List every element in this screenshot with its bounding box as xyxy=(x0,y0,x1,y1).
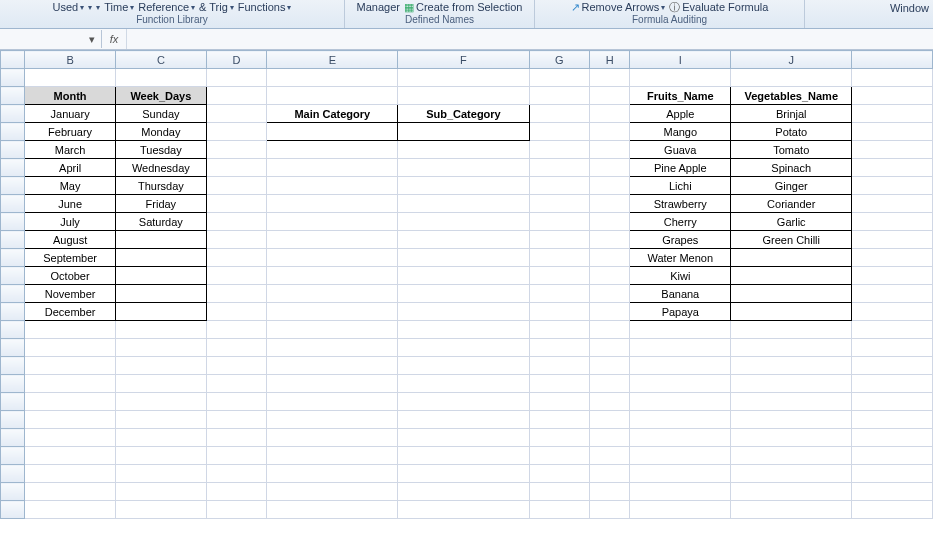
cell[interactable] xyxy=(206,411,267,429)
cell[interactable]: Water Menon xyxy=(630,249,731,267)
cell[interactable] xyxy=(590,249,630,267)
row-header[interactable] xyxy=(1,195,25,213)
cell[interactable] xyxy=(206,177,267,195)
cell[interactable] xyxy=(590,393,630,411)
row-header[interactable] xyxy=(1,69,25,87)
cell[interactable] xyxy=(731,267,852,285)
cell[interactable]: Coriander xyxy=(731,195,852,213)
cell[interactable] xyxy=(731,447,852,465)
cell[interactable] xyxy=(590,195,630,213)
row-header[interactable] xyxy=(1,357,25,375)
cell[interactable] xyxy=(267,393,398,411)
cell[interactable]: Tomato xyxy=(731,141,852,159)
cell[interactable] xyxy=(25,357,116,375)
select-all-corner[interactable] xyxy=(1,51,25,69)
cell[interactable] xyxy=(398,447,529,465)
cell[interactable] xyxy=(852,249,933,267)
row-header[interactable] xyxy=(1,213,25,231)
cell[interactable]: Garlic xyxy=(731,213,852,231)
cell[interactable] xyxy=(731,393,852,411)
cell[interactable]: Potato xyxy=(731,123,852,141)
col-header-D[interactable]: D xyxy=(206,51,267,69)
cell[interactable] xyxy=(267,357,398,375)
cell[interactable] xyxy=(590,177,630,195)
cell[interactable] xyxy=(590,411,630,429)
cell[interactable] xyxy=(398,375,529,393)
cell[interactable] xyxy=(852,123,933,141)
row-header[interactable] xyxy=(1,123,25,141)
cell[interactable] xyxy=(25,69,116,87)
cell[interactable]: Thursday xyxy=(115,177,206,195)
cell[interactable] xyxy=(529,447,590,465)
cell[interactable] xyxy=(529,177,590,195)
cell[interactable] xyxy=(590,303,630,321)
cell[interactable] xyxy=(630,501,731,519)
remove-arrows-dropdown[interactable]: ↗ Remove Arrows▾ xyxy=(571,1,666,14)
cell[interactable] xyxy=(630,69,731,87)
cell[interactable]: February xyxy=(25,123,116,141)
cell[interactable] xyxy=(206,501,267,519)
row-header[interactable] xyxy=(1,393,25,411)
cell[interactable] xyxy=(267,231,398,249)
cell[interactable]: Lichi xyxy=(630,177,731,195)
cell[interactable] xyxy=(267,303,398,321)
create-from-selection-button[interactable]: ▦ Create from Selection xyxy=(404,1,522,14)
cell[interactable] xyxy=(398,321,529,339)
cell[interactable] xyxy=(529,213,590,231)
cell[interactable] xyxy=(590,141,630,159)
cell[interactable] xyxy=(852,231,933,249)
col-header-blank[interactable] xyxy=(852,51,933,69)
cell[interactable]: Tuesday xyxy=(115,141,206,159)
cell[interactable]: August xyxy=(25,231,116,249)
cell[interactable] xyxy=(529,303,590,321)
cell[interactable] xyxy=(267,69,398,87)
cell[interactable] xyxy=(731,357,852,375)
cell[interactable] xyxy=(529,123,590,141)
cell[interactable]: Grapes xyxy=(630,231,731,249)
row-header[interactable] xyxy=(1,285,25,303)
cell[interactable] xyxy=(590,483,630,501)
cell[interactable] xyxy=(852,69,933,87)
cell[interactable]: Wednesday xyxy=(115,159,206,177)
row-header[interactable] xyxy=(1,483,25,501)
cell[interactable] xyxy=(206,357,267,375)
cell[interactable] xyxy=(852,501,933,519)
cell[interactable] xyxy=(852,447,933,465)
cell[interactable] xyxy=(731,285,852,303)
row-header[interactable] xyxy=(1,375,25,393)
row-header[interactable] xyxy=(1,339,25,357)
col-header-I[interactable]: I xyxy=(630,51,731,69)
cell[interactable]: September xyxy=(25,249,116,267)
cell[interactable] xyxy=(267,195,398,213)
cell[interactable]: June xyxy=(25,195,116,213)
name-manager-button[interactable]: Manager xyxy=(357,1,400,13)
lookup-reference-dropdown[interactable]: Reference▾ xyxy=(138,1,195,13)
cell[interactable]: Guava xyxy=(630,141,731,159)
row-header[interactable] xyxy=(1,447,25,465)
cell[interactable] xyxy=(115,429,206,447)
cell[interactable] xyxy=(590,69,630,87)
cell[interactable] xyxy=(115,393,206,411)
cell[interactable] xyxy=(590,375,630,393)
cell[interactable] xyxy=(267,321,398,339)
cell[interactable] xyxy=(731,69,852,87)
cell[interactable] xyxy=(630,411,731,429)
cell[interactable] xyxy=(25,321,116,339)
cell[interactable] xyxy=(206,447,267,465)
cell[interactable] xyxy=(731,411,852,429)
evaluate-formula-button[interactable]: ⓘ Evaluate Formula xyxy=(669,0,768,15)
cell-veg-header[interactable]: Vegetables_Name xyxy=(731,87,852,105)
generic-dropdown-1[interactable]: ▾ xyxy=(88,3,92,12)
cell[interactable] xyxy=(731,339,852,357)
cell[interactable] xyxy=(529,465,590,483)
cell[interactable] xyxy=(115,69,206,87)
cell[interactable] xyxy=(25,501,116,519)
cell[interactable] xyxy=(267,285,398,303)
cell[interactable] xyxy=(529,339,590,357)
cell[interactable] xyxy=(398,87,529,105)
cell[interactable] xyxy=(630,465,731,483)
window-group[interactable]: Window xyxy=(890,2,929,14)
cell[interactable] xyxy=(731,501,852,519)
row-header[interactable] xyxy=(1,303,25,321)
cell[interactable]: April xyxy=(25,159,116,177)
